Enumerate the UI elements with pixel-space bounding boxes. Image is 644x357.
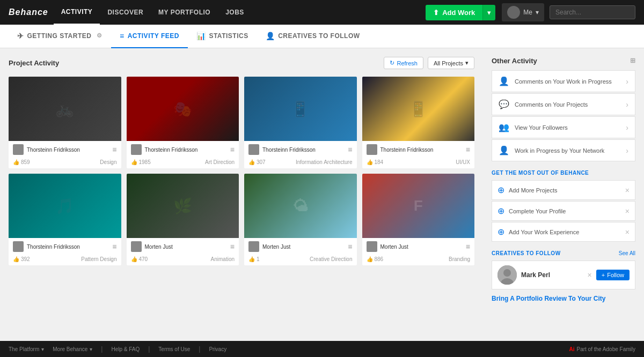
follow-label: Follow bbox=[607, 272, 624, 278]
likes-count: 👍470 bbox=[131, 256, 148, 262]
more-behance-chevron-icon: ▾ bbox=[90, 346, 92, 352]
plus-circle-icon: ⊕ bbox=[497, 185, 504, 195]
nav-portfolio[interactable]: MY PORTFOLIO bbox=[151, 0, 218, 25]
add-work-dropdown-button[interactable]: ▾ bbox=[482, 5, 495, 20]
likes-count: 👍184 bbox=[367, 159, 384, 165]
close-icon[interactable]: × bbox=[625, 207, 630, 215]
activity-comments-wip[interactable]: 👤 Comments on Your Work in Progress › bbox=[492, 70, 635, 92]
tab-creatives-to-follow[interactable]: 👤 CREATIVES TO FOLLOW bbox=[257, 25, 369, 48]
project-menu-icon[interactable]: ≡ bbox=[112, 145, 116, 154]
nav-jobs[interactable]: JOBS bbox=[218, 0, 252, 25]
expand-icon[interactable]: ⊞ bbox=[630, 57, 635, 65]
platform-link[interactable]: The Platform ▾ bbox=[9, 346, 44, 352]
project-menu-icon[interactable]: ≡ bbox=[348, 242, 352, 251]
project-menu-icon[interactable]: ≡ bbox=[348, 145, 352, 154]
project-card[interactable]: 📱 Thorsteinn Fridriksson ≡ 👍184 UI/UX bbox=[362, 77, 475, 168]
creative-avatar bbox=[497, 265, 517, 285]
project-info: Thorsteinn Fridriksson ≡ bbox=[9, 141, 121, 158]
project-thumbnail: 📱 bbox=[244, 77, 357, 141]
avatar bbox=[131, 144, 142, 155]
left-panel: Project Activity ↻ Refresh All Projects … bbox=[0, 48, 483, 341]
project-card[interactable]: 📱 Thorsteinn Fridriksson ≡ 👍307 Informat… bbox=[244, 77, 357, 168]
project-card[interactable]: 🎭 Thorsteinn Fridriksson ≡ 👍1985 Art Dir… bbox=[127, 77, 239, 168]
person-icon: 👤 bbox=[266, 32, 275, 40]
project-stats: 👍1985 Art Direction bbox=[127, 158, 239, 168]
project-menu-icon[interactable]: ≡ bbox=[466, 242, 470, 251]
svg-point-1 bbox=[503, 269, 511, 277]
activity-comments-projects[interactable]: 💬 Comments on Your Projects › bbox=[492, 93, 635, 115]
plus-circle-icon: ⊕ bbox=[497, 206, 504, 216]
divider: | bbox=[101, 345, 103, 353]
project-card[interactable]: F Morten Just ≡ 👍886 Branding bbox=[362, 174, 475, 265]
activity-text: View Your Followers bbox=[515, 124, 620, 131]
project-card[interactable]: 🚲 Thorsteinn Fridriksson ≡ 👍859 Design bbox=[9, 77, 121, 168]
more-behance-link[interactable]: More Behance ▾ bbox=[53, 346, 92, 352]
project-info: Morten Just ≡ bbox=[244, 238, 357, 255]
project-thumbnail: F bbox=[362, 174, 475, 238]
tab-creatives-label: CREATIVES TO FOLLOW bbox=[278, 32, 360, 40]
activity-text: Comments on Your Work in Progress bbox=[515, 78, 620, 85]
see-all-link[interactable]: See All bbox=[619, 250, 635, 256]
user-avatar bbox=[507, 6, 520, 19]
followers-icon: 👥 bbox=[499, 122, 509, 132]
project-card[interactable]: 🌿 Morten Just ≡ 👍470 Animation bbox=[127, 174, 239, 265]
activity-view-followers[interactable]: 👥 View Your Followers › bbox=[492, 116, 635, 138]
project-card[interactable]: 🎵 Thorsteinn Fridriksson ≡ 👍392 Pattern … bbox=[9, 174, 121, 265]
project-menu-icon[interactable]: ≡ bbox=[466, 145, 470, 154]
chevron-down-icon: ▾ bbox=[487, 9, 491, 17]
activity-wip-network[interactable]: 👤 Work in Progress by Your Network › bbox=[492, 139, 635, 161]
project-thumbnail: 🎵 bbox=[9, 174, 121, 238]
tab-statistics[interactable]: 📊 STATISTICS bbox=[188, 25, 257, 48]
privacy-link[interactable]: Privacy bbox=[209, 346, 226, 352]
like-icon: 👍 bbox=[367, 159, 373, 165]
nav-activity[interactable]: ACTIVITY bbox=[54, 0, 100, 25]
search-input[interactable] bbox=[550, 5, 635, 19]
nav-discover[interactable]: DISCOVER bbox=[100, 0, 151, 25]
activity-text: Comments on Your Projects bbox=[515, 101, 620, 108]
user-menu-button[interactable]: Me ▾ bbox=[502, 3, 544, 21]
get-most-work-experience: ⊕ Add Your Work Experience × bbox=[492, 222, 635, 242]
help-link[interactable]: Help & FAQ bbox=[111, 346, 140, 352]
plus-circle-icon: ⊕ bbox=[497, 227, 504, 237]
portfolio-review-link[interactable]: Bring A Portfolio Review To Your City bbox=[492, 295, 635, 302]
project-menu-icon[interactable]: ≡ bbox=[230, 145, 235, 154]
project-stats: 👍307 Information Architecture bbox=[244, 158, 357, 168]
tab-getting-started[interactable]: ✈ GETTING STARTED ⚙ bbox=[9, 25, 111, 48]
terms-link[interactable]: Terms of Use bbox=[158, 346, 190, 352]
project-author: Morten Just bbox=[262, 244, 345, 250]
close-icon[interactable]: × bbox=[625, 228, 630, 236]
add-work-button[interactable]: ⬆ Add Work bbox=[426, 5, 482, 20]
adobe-logo: Ai Part of the Adobe Family bbox=[569, 346, 635, 352]
project-stats: 👍1 Creative Direction bbox=[244, 255, 357, 265]
adobe-icon: Ai bbox=[569, 346, 574, 352]
project-thumbnail: 🌤 bbox=[244, 174, 357, 238]
project-info: Thorsteinn Fridriksson ≡ bbox=[127, 141, 239, 158]
all-projects-button[interactable]: All Projects ▾ bbox=[428, 57, 474, 69]
creative-item: Mark Perl × + Follow bbox=[492, 261, 635, 289]
refresh-button[interactable]: ↻ Refresh bbox=[384, 57, 423, 69]
project-author: Morten Just bbox=[145, 244, 227, 250]
user-label: Me bbox=[523, 9, 532, 16]
network-icon: 👤 bbox=[499, 145, 509, 155]
project-info: Morten Just ≡ bbox=[127, 238, 239, 255]
project-card[interactable]: 🌤 Morten Just ≡ 👍1 Creative Direction bbox=[244, 174, 357, 265]
refresh-label: Refresh bbox=[397, 60, 418, 66]
chevron-right-icon: › bbox=[626, 77, 628, 86]
follow-button[interactable]: + Follow bbox=[596, 270, 630, 280]
project-stats: 👍859 Design bbox=[9, 158, 121, 168]
project-info: Thorsteinn Fridriksson ≡ bbox=[244, 141, 357, 158]
avatar bbox=[13, 241, 24, 252]
project-menu-icon[interactable]: ≡ bbox=[112, 242, 116, 251]
likes-count: 👍392 bbox=[13, 256, 30, 262]
project-info: Thorsteinn Fridriksson ≡ bbox=[9, 238, 121, 255]
avatar bbox=[367, 241, 377, 252]
add-work-label: Add Work bbox=[442, 9, 475, 17]
tab-activity-feed[interactable]: ≡ ACTIVITY FEED bbox=[111, 25, 188, 48]
like-icon: 👍 bbox=[367, 256, 373, 262]
get-most-section: GET THE MOST OUT OF BEHANCE ⊕ Add More P… bbox=[492, 170, 635, 242]
close-icon[interactable]: × bbox=[625, 186, 630, 195]
get-most-text: Add More Projects bbox=[509, 187, 621, 194]
project-thumbnail: 🌿 bbox=[127, 174, 239, 238]
project-menu-icon[interactable]: ≡ bbox=[230, 242, 235, 251]
close-creative-icon[interactable]: × bbox=[588, 271, 592, 279]
